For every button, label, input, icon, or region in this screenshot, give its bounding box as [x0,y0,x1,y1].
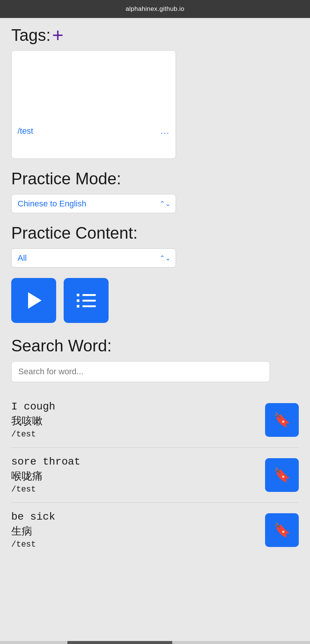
tag-more-button[interactable]: ... [161,126,170,136]
practice-content-select-wrapper: All Bookmarked ⌃⌄ [11,248,176,267]
tag-item[interactable]: /test [18,126,33,136]
word-english: be sick [11,511,55,523]
bookmark-icon: 🔖 [274,522,291,538]
word-text-sick: be sick 生病 /test [11,511,55,549]
practice-content-label: Practice Content: [11,224,299,242]
bookmark-button-throat[interactable]: 🔖 [265,458,299,492]
word-tag: /test [11,430,55,439]
top-bar: alphahinex.github.io [0,0,310,18]
word-text-cough: I cough 我咳嗽 /test [11,401,55,439]
action-buttons [11,278,299,323]
scrollbar[interactable] [0,641,310,644]
word-chinese: 我咳嗽 [11,414,55,428]
word-list: I cough 我咳嗽 /test 🔖 sore throat 喉咙痛 /tes… [11,393,299,557]
word-chinese: 生病 [11,524,55,538]
word-english: I cough [11,401,55,412]
word-text-throat: sore throat 喉咙痛 /test [11,456,80,494]
practice-content-select[interactable]: All Bookmarked [11,248,176,267]
word-item: I cough 我咳嗽 /test 🔖 [11,393,299,448]
tags-section-title: Tags: + [11,25,299,45]
search-input[interactable] [11,361,270,382]
bookmark-button-cough[interactable]: 🔖 [265,403,299,437]
list-button[interactable] [64,278,109,323]
add-tag-button[interactable]: + [52,25,63,45]
word-tag: /test [11,540,55,549]
practice-mode-select[interactable]: Chinese to English English to Chinese [11,194,176,213]
word-chinese: 喉咙痛 [11,469,80,483]
list-icon [77,294,96,308]
bookmark-button-sick[interactable]: 🔖 [265,513,299,547]
tags-box: /test ... [11,50,176,159]
word-tag: /test [11,485,80,494]
search-input-wrapper [11,361,270,382]
word-english: sore throat [11,456,80,468]
bookmark-icon: 🔖 [274,467,291,483]
word-item: be sick 生病 /test 🔖 [11,503,299,557]
practice-mode-label: Practice Mode: [11,169,299,188]
search-word-label: Search Word: [11,336,299,355]
practice-mode-select-wrapper: Chinese to English English to Chinese ⌃⌄ [11,194,176,213]
play-button[interactable] [11,278,56,323]
scrollbar-thumb[interactable] [67,641,172,644]
tags-label: Tags: [11,26,51,45]
url-label: alphahinex.github.io [125,5,184,12]
word-item: sore throat 喉咙痛 /test 🔖 [11,448,299,503]
play-icon [28,292,42,309]
bookmark-icon: 🔖 [274,412,291,428]
